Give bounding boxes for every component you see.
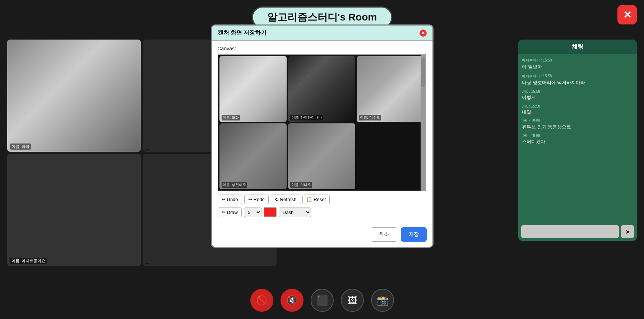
stroke-select[interactable]: Dash Solid Dotted — [279, 208, 311, 217]
canvas-area: 이름: 화화 이름: 하이하이나나 이름: 정수오 이름: 성전이오 — [218, 54, 426, 191]
modal-actions: 취소 저장 — [212, 222, 432, 247]
undo-button[interactable]: ↩ Undo — [218, 195, 242, 204]
redo-button[interactable]: ↪ Redo — [244, 195, 269, 204]
undo-icon: ↩ — [222, 197, 226, 202]
canvas-label: Canvas: — [218, 46, 427, 51]
canvas-video-2: 이름: 하이하이나나 — [288, 56, 355, 122]
canvas-draw-row: ✏ Draw 3 5 7 10 Dash Solid Dotted — [218, 207, 427, 217]
redo-label: Redo — [254, 197, 265, 202]
modal-body: Canvas: 이름: 화화 이름: 하이하이나나 이름: 정수오 — [212, 41, 432, 222]
reset-icon: 📋 — [306, 197, 312, 202]
color-swatch[interactable] — [264, 207, 277, 217]
canvas-toolbar: ↩ Undo ↪ Redo ↻ Refresh 📋 Reset — [218, 195, 427, 204]
reset-label: Reset — [314, 197, 326, 202]
draw-button[interactable]: ✏ Draw — [218, 208, 242, 217]
canvas-video-empty — [357, 123, 424, 189]
modal-header: 캔처 화면 저장하기 ✕ — [212, 26, 432, 41]
refresh-icon: ↻ — [275, 197, 279, 202]
refresh-button[interactable]: ↻ Refresh — [271, 195, 301, 204]
canvas-video-4: 이름: 성전이오 — [219, 123, 287, 189]
redo-icon: ↪ — [248, 197, 252, 202]
undo-label: Undo — [227, 197, 238, 202]
canvas-video-5: 이름: 거나오 — [288, 123, 355, 189]
modal-close-button[interactable]: ✕ — [420, 29, 427, 37]
refresh-label: Refresh — [280, 197, 297, 202]
modal-title: 캔처 화면 저장하기 — [218, 29, 267, 37]
canvas-video-label-4: 이름: 성전이오 — [222, 182, 247, 188]
size-select[interactable]: 3 5 7 10 — [244, 208, 261, 217]
canvas-video-1: 이름: 화화 — [219, 56, 287, 122]
modal: 캔처 화면 저장하기 ✕ Canvas: 이름: 화화 이름: 하이하이나나 이… — [211, 24, 434, 248]
reset-button[interactable]: 📋 Reset — [302, 195, 330, 204]
canvas-video-3: 이름: 정수오 — [357, 56, 424, 122]
modal-overlay: 캔처 화면 저장하기 ✕ Canvas: 이름: 화화 이름: 하이하이나나 이… — [0, 0, 644, 319]
canvas-video-label-3: 이름: 정수오 — [359, 115, 381, 120]
canvas-scrollbar-thumb — [421, 58, 425, 87]
canvas-video-label-2: 이름: 하이하이나나 — [290, 115, 323, 120]
draw-label: Draw — [227, 210, 238, 215]
pencil-icon: ✏ — [222, 210, 226, 215]
cancel-button[interactable]: 취소 — [371, 227, 397, 242]
canvas-scrollbar[interactable] — [421, 55, 426, 191]
save-button[interactable]: 저장 — [401, 227, 427, 242]
canvas-video-label-1: 이름: 화화 — [222, 115, 240, 120]
canvas-video-label-5: 이름: 거나오 — [290, 182, 312, 188]
